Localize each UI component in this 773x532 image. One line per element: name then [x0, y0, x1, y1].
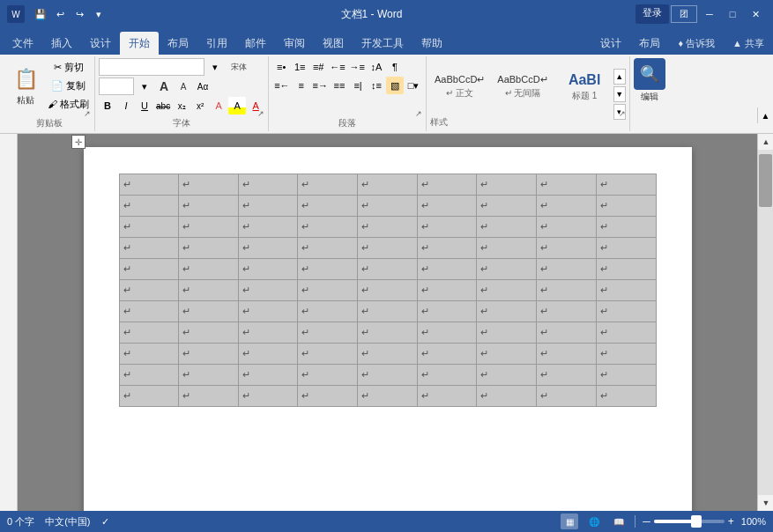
- tab-review[interactable]: 审阅: [275, 32, 314, 55]
- zoom-thumb[interactable]: [691, 515, 702, 528]
- italic-button[interactable]: I: [117, 97, 135, 115]
- justify-button[interactable]: ≡≡: [331, 77, 348, 94]
- web-layout-button[interactable]: 🌐: [585, 514, 603, 529]
- table-cell: ↵: [537, 280, 597, 301]
- tab-home[interactable]: 开始: [120, 32, 159, 55]
- underline-button[interactable]: U: [136, 97, 153, 115]
- font-name-input[interactable]: [99, 58, 204, 76]
- search-button[interactable]: 🔍: [634, 58, 665, 90]
- borders-button[interactable]: □▾: [405, 77, 422, 94]
- font-size-input[interactable]: [99, 78, 134, 95]
- style-normal[interactable]: AaBbCcD↵ ↵ 正文: [430, 60, 489, 115]
- scroll-up-button[interactable]: ▲: [758, 134, 773, 150]
- tell-me-button[interactable]: ♦ 告诉我: [669, 32, 724, 55]
- align-right-button[interactable]: ≡→: [311, 77, 330, 94]
- change-case-button[interactable]: Aα: [194, 78, 212, 95]
- login-button[interactable]: 登录: [635, 4, 669, 24]
- table-cell: ↵: [477, 301, 537, 322]
- minimize-button[interactable]: ─: [699, 4, 720, 25]
- ribbon-toggle-button[interactable]: 团: [671, 5, 697, 23]
- style-no-spacing[interactable]: AaBbCcD↵ ↵ 无间隔: [493, 60, 552, 115]
- document-page: ✛ ↵↵↵↵↵↵↵↵↵↵↵↵↵↵↵↵↵↵↵↵↵↵↵↵↵↵↵↵↵↵↵↵↵↵↵↵↵↵…: [84, 147, 692, 511]
- table-cell: ↵: [179, 386, 239, 407]
- bold-button[interactable]: B: [99, 97, 116, 115]
- table-cell: ↵: [119, 196, 179, 217]
- table-cell: ↵: [358, 365, 418, 386]
- zoom-slider[interactable]: ─ +: [643, 515, 734, 528]
- clipboard-expand[interactable]: ↗: [82, 108, 93, 119]
- font-name-dropdown[interactable]: ▾: [206, 58, 224, 76]
- tab-developer[interactable]: 开发工具: [353, 32, 413, 55]
- font-expand[interactable]: ↗: [256, 108, 266, 119]
- table-cell: ↵: [537, 386, 597, 407]
- subscript-button[interactable]: x₂: [173, 97, 190, 115]
- save-button[interactable]: 💾: [32, 5, 49, 23]
- restore-button[interactable]: □: [722, 4, 743, 25]
- decrease-indent-button[interactable]: ←≡: [328, 58, 346, 76]
- share-button[interactable]: ▲ 共享: [724, 32, 773, 55]
- table-move-handle[interactable]: ✛: [71, 135, 85, 149]
- superscript-button[interactable]: x²: [191, 97, 209, 115]
- customize-button[interactable]: ▾: [90, 5, 108, 23]
- strikethrough-button[interactable]: abc: [154, 97, 172, 115]
- numbering-button[interactable]: 1≡: [291, 58, 308, 76]
- table-cell: ↵: [537, 259, 597, 280]
- font-shrink-button[interactable]: A: [175, 78, 192, 95]
- zoom-out-button[interactable]: ─: [643, 515, 650, 528]
- align-left-button[interactable]: ≡←: [272, 77, 291, 94]
- font-grow-button[interactable]: A: [155, 78, 173, 95]
- distribute-button[interactable]: ≡|: [349, 77, 367, 94]
- zoom-percent[interactable]: 100%: [741, 516, 766, 527]
- font-size-dropdown[interactable]: ▾: [136, 78, 153, 95]
- bullets-button[interactable]: ≡•: [272, 58, 290, 76]
- line-spacing-button[interactable]: ↕≡: [368, 77, 385, 94]
- show-formatting-button[interactable]: ¶: [386, 58, 404, 76]
- print-layout-button[interactable]: ▦: [561, 514, 578, 529]
- document-title: 文档1 - Word: [108, 7, 635, 22]
- style-heading1[interactable]: AaBl 标题 1: [556, 60, 613, 115]
- cut-button[interactable]: ✂ 剪切: [46, 58, 91, 76]
- table-cell: ↵: [119, 344, 179, 365]
- tab-design[interactable]: 设计: [81, 32, 120, 55]
- styles-scroll-up[interactable]: ▲: [613, 69, 626, 85]
- scroll-thumb[interactable]: [759, 154, 772, 207]
- sort-button[interactable]: ↕A: [368, 58, 385, 76]
- table-cell: ↵: [596, 322, 656, 344]
- table-cell: ↵: [179, 196, 239, 217]
- tab-layout2[interactable]: 布局: [630, 32, 669, 55]
- align-center-button[interactable]: ≡: [293, 77, 310, 94]
- paste-button[interactable]: 📋 粘贴: [7, 58, 44, 113]
- tab-references[interactable]: 引用: [197, 32, 236, 55]
- tab-design2[interactable]: 设计: [591, 32, 630, 55]
- close-button[interactable]: ✕: [745, 4, 766, 25]
- table-cell: ↵: [238, 217, 298, 238]
- scroll-down-button[interactable]: ▼: [758, 495, 773, 511]
- increase-indent-button[interactable]: →≡: [348, 58, 367, 76]
- tab-insert[interactable]: 插入: [42, 32, 81, 55]
- table-cell: ↵: [298, 344, 358, 365]
- tab-layout[interactable]: 布局: [159, 32, 197, 55]
- multilevel-list-button[interactable]: ≡#: [309, 58, 327, 76]
- zoom-in-button[interactable]: +: [728, 515, 734, 528]
- read-mode-button[interactable]: 📖: [610, 514, 628, 529]
- zoom-track[interactable]: [654, 520, 725, 523]
- undo-button[interactable]: ↩: [51, 5, 69, 23]
- tab-help[interactable]: 帮助: [413, 32, 451, 55]
- tab-file[interactable]: 文件: [4, 32, 42, 55]
- redo-button[interactable]: ↪: [71, 5, 88, 23]
- paragraph-expand[interactable]: ↗: [413, 108, 424, 119]
- table-cell: ↵: [596, 386, 656, 407]
- scroll-track[interactable]: [758, 150, 773, 495]
- text-highlight-button[interactable]: A: [228, 97, 246, 115]
- format-clear-button[interactable]: A: [210, 97, 227, 115]
- style-heading1-preview: AaBl: [569, 72, 600, 88]
- table-cell: ↵: [417, 238, 477, 259]
- styles-expand-btn[interactable]: ↗: [617, 108, 628, 119]
- table-cell: ↵: [537, 196, 597, 217]
- tab-mailings[interactable]: 邮件: [236, 32, 275, 55]
- ribbon-collapse-button[interactable]: ▲: [757, 107, 773, 123]
- styles-scroll-down[interactable]: ▼: [613, 86, 626, 102]
- copy-button[interactable]: 📄 复制: [46, 77, 91, 94]
- tab-view[interactable]: 视图: [314, 32, 353, 55]
- shading-button[interactable]: ▧: [386, 77, 404, 94]
